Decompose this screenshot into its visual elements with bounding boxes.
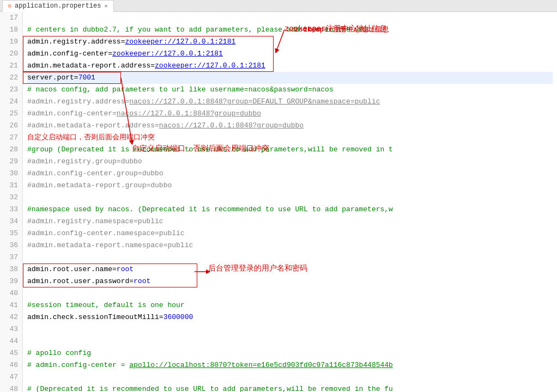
- line-num-27: 27: [4, 132, 18, 144]
- line-num-31: 31: [4, 180, 18, 192]
- zookeeper-label: zookeeper注册中心地址信息: [284, 24, 387, 34]
- line-num-44: 44: [4, 335, 18, 347]
- line-num-37: 37: [4, 252, 18, 264]
- line-num-22: 22: [4, 72, 18, 84]
- code-line-43: [27, 323, 553, 335]
- code-line-34: #admin.registry.namespace=public: [27, 216, 553, 228]
- code-line-25: #admin.config-center=nacos://127.0.0.1:8…: [27, 108, 553, 120]
- line-num-26: 26: [4, 120, 18, 132]
- code-line-23: # nacos config, add parameters to url li…: [27, 84, 553, 96]
- tab-close-button[interactable]: ✕: [104, 3, 107, 9]
- line-numbers: 17 18 19 20 21 22 23 24 25 26 27 28 29 3…: [0, 12, 23, 392]
- code-line-28: #group (Deprecated it is recommended to …: [27, 144, 553, 156]
- line-num-24: 24: [4, 96, 18, 108]
- line-num-29: 29: [4, 156, 18, 168]
- line-num-46: 46: [4, 359, 18, 371]
- code-line-20: admin.config-center=zookeeper://127.0.0.…: [27, 48, 553, 60]
- code-line-19: admin.registry.address=zookeeper://127.0…: [27, 36, 553, 48]
- code-line-37: [27, 252, 553, 264]
- tab-bar: ⚙ application.properties ✕: [0, 0, 557, 12]
- line-num-43: 43: [4, 323, 18, 335]
- line-num-23: 23: [4, 84, 18, 96]
- line-num-28: 28: [4, 144, 18, 156]
- code-line-44: [27, 335, 553, 347]
- line-num-36: 36: [4, 240, 18, 252]
- line-num-20: 20: [4, 48, 18, 60]
- line-num-39: 39: [4, 275, 18, 287]
- line-num-32: 32: [4, 192, 18, 204]
- editor-tab[interactable]: ⚙ application.properties ✕: [2, 0, 114, 12]
- line-num-41: 41: [4, 299, 18, 311]
- code-content: # centers in dubbo2.7, if you want to ad…: [23, 12, 557, 392]
- code-line-41: #session timeout, default is one hour: [27, 299, 553, 311]
- code-line-46: # admin.config-center = apollo://localho…: [27, 359, 553, 371]
- code-line-17: [27, 12, 553, 24]
- code-line-24: #admin.registry.address=nacos://127.0.0.…: [27, 96, 553, 108]
- line-num-33: 33: [4, 204, 18, 216]
- line-num-40: 40: [4, 287, 18, 299]
- line-num-47: 47: [4, 371, 18, 383]
- code-line-40: [27, 287, 553, 299]
- tab-label: application.properties: [15, 2, 101, 10]
- code-line-27: 自定义启动端口，否则后面会用端口冲突: [27, 132, 553, 144]
- code-line-35: #admin.config-center.namespace=public: [27, 228, 553, 240]
- credentials-annotation: 后台管理登录的用户名和密码: [208, 264, 307, 273]
- code-line-39: admin.root.user.password=root: [27, 275, 553, 287]
- line-num-17: 17: [4, 12, 18, 24]
- code-line-21: admin.metadata-report.address=zookeeper:…: [27, 60, 553, 72]
- line-num-21: 21: [4, 60, 18, 72]
- code-line-33: #namespace used by nacos. (Deprecated it…: [27, 204, 553, 216]
- line-num-48: 48: [4, 383, 18, 392]
- line-num-18: 18: [4, 24, 18, 36]
- code-line-31: #admin.metadata-report.group=dubbo: [27, 180, 553, 192]
- code-line-45: # apollo config: [27, 347, 553, 359]
- code-line-22: server.port=7001: [27, 72, 553, 84]
- code-line-36: #admin.metadata-report.namespace=public: [27, 240, 553, 252]
- port-annotation: 自定义启动端口，否则后面会用端口冲突: [132, 144, 269, 154]
- code-line-42: admin.check.sessionTimeoutMilli=3600000: [27, 311, 553, 323]
- line-num-35: 35: [4, 228, 18, 240]
- code-line-32: [27, 192, 553, 204]
- code-line-29: #admin.registry.group=dubbo: [27, 156, 553, 168]
- line-num-34: 34: [4, 216, 18, 228]
- line-num-42: 42: [4, 311, 18, 323]
- code-line-30: #admin.config-center.group=dubbo: [27, 168, 553, 180]
- line-num-19: 19: [4, 36, 18, 48]
- line-num-38: 38: [4, 264, 18, 275]
- line-num-25: 25: [4, 108, 18, 120]
- line-num-45: 45: [4, 347, 18, 359]
- file-icon: ⚙: [8, 3, 11, 9]
- editor-container: ⚙ application.properties ✕ 17 18 19 20 2…: [0, 0, 557, 392]
- code-area: 17 18 19 20 21 22 23 24 25 26 27 28 29 3…: [0, 12, 557, 392]
- line-num-30: 30: [4, 168, 18, 180]
- code-line-48: # (Deprecated it is recommended to use U…: [27, 383, 553, 392]
- code-line-26: #admin.metadata-report.address=nacos://1…: [27, 120, 553, 132]
- code-line-47: [27, 371, 553, 383]
